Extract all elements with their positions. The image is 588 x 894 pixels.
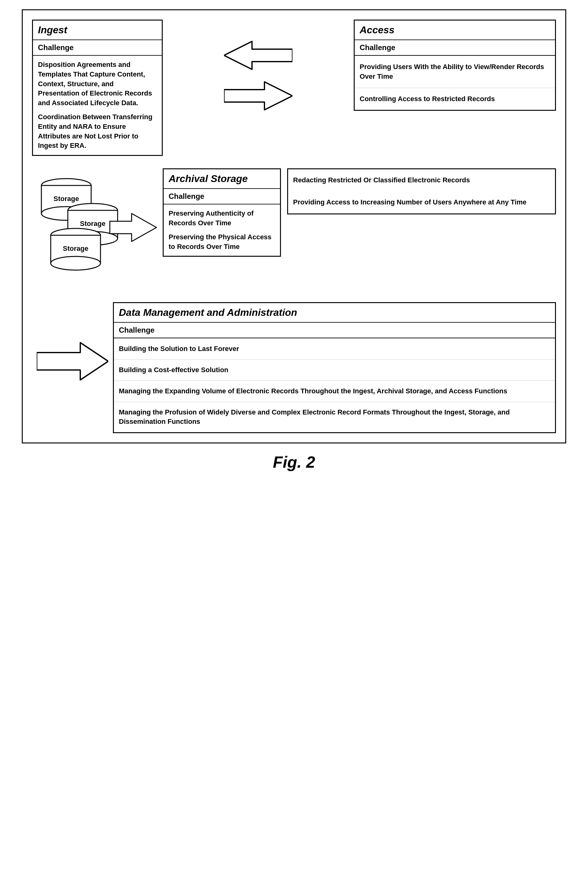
archival-col: Archival Storage Challenge Preserving Au… — [163, 168, 281, 257]
svg-marker-15 — [37, 343, 108, 380]
dm-title: Data Management and Administration — [114, 303, 555, 323]
right-arrow-svg — [224, 79, 292, 113]
svg-text:Storage: Storage — [63, 245, 88, 252]
svg-marker-1 — [224, 82, 292, 110]
ingest-content: Disposition Agreements and Templates Tha… — [33, 56, 162, 155]
dm-item-2: Building a Cost-effective Solution — [114, 359, 555, 381]
dm-item-3: Managing the Expanding Volume of Electro… — [114, 381, 555, 402]
dm-arrow-area — [32, 302, 113, 383]
access-item-4: Providing Access to Increasing Number of… — [288, 191, 555, 213]
svg-marker-0 — [224, 41, 292, 69]
ingest-title: Ingest — [33, 21, 162, 40]
arrows-area — [163, 20, 354, 113]
access-challenge-label: Challenge — [355, 40, 555, 56]
middle-row: Storage Storage Storage — [32, 168, 556, 290]
svg-point-12 — [51, 257, 101, 270]
ingest-challenge-label: Challenge — [33, 40, 162, 56]
left-arrow — [224, 38, 292, 72]
access-item-1: Providing Users With the Ability to View… — [355, 56, 555, 88]
figure-caption: Fig. 2 — [273, 453, 315, 471]
archival-content: Preserving Authenticity of Records Over … — [164, 204, 280, 256]
archival-challenge-label: Challenge — [164, 189, 280, 204]
storage-area: Storage Storage Storage — [32, 168, 163, 290]
access-continuation-box: Redacting Restricted Or Classified Elect… — [287, 168, 556, 214]
storage-cylinders-svg: Storage Storage Storage — [35, 175, 160, 290]
top-row: Ingest Challenge Disposition Agreements … — [32, 20, 556, 156]
svg-text:Storage: Storage — [54, 195, 79, 202]
data-management-box: Data Management and Administration Chall… — [113, 302, 556, 433]
ingest-content-1: Disposition Agreements and Templates Tha… — [38, 60, 157, 108]
access-item-3: Redacting Restricted Or Classified Elect… — [288, 169, 555, 191]
svg-text:Storage: Storage — [80, 220, 106, 228]
access-title: Access — [355, 21, 555, 40]
archival-item-2: Preserving the Physical Access to Record… — [169, 233, 275, 252]
right-arrow — [224, 79, 292, 113]
archival-item-1: Preserving Authenticity of Records Over … — [169, 209, 275, 228]
left-arrow-svg — [224, 38, 292, 72]
access-box: Access Challenge Providing Users With th… — [354, 20, 556, 111]
dm-item-1: Building the Solution to Last Forever — [114, 338, 555, 359]
bottom-row: Data Management and Administration Chall… — [32, 302, 556, 433]
dm-challenge-label: Challenge — [114, 323, 555, 338]
dm-arrow-svg — [37, 340, 108, 383]
main-diagram-border: Ingest Challenge Disposition Agreements … — [22, 9, 566, 443]
archival-title: Archival Storage — [164, 169, 280, 189]
archival-storage-box: Archival Storage Challenge Preserving Au… — [163, 168, 281, 257]
ingest-box: Ingest Challenge Disposition Agreements … — [32, 20, 163, 156]
dm-item-4: Managing the Profusion of Widely Diverse… — [114, 402, 555, 432]
page-wrapper: Ingest Challenge Disposition Agreements … — [0, 0, 588, 490]
ingest-content-2: Coordination Between Transferring Entity… — [38, 112, 157, 151]
access-item-2: Controlling Access to Restricted Records — [355, 88, 555, 110]
